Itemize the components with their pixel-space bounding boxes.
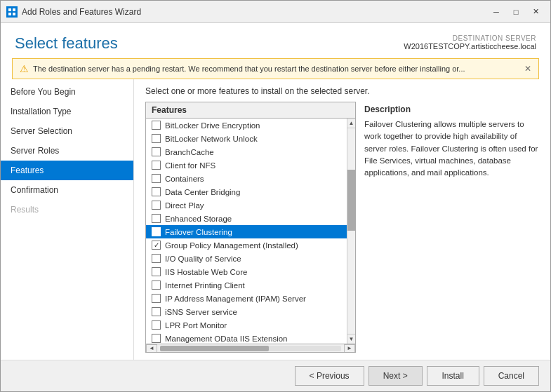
feature-item[interactable]: Enhanced Storage (146, 212, 347, 225)
minimize-button[interactable]: ─ (487, 5, 505, 19)
feature-checkbox[interactable] (152, 227, 161, 236)
feature-label: IIS Hostable Web Core (165, 268, 247, 276)
svg-rect-2 (8, 13, 11, 15)
horizontal-scrollbar[interactable]: ◄ ► (146, 344, 355, 352)
feature-label: iSNS Server service (165, 308, 237, 316)
feature-checkbox[interactable] (152, 254, 161, 263)
main-window: Add Roles and Features Wizard ─ □ ✕ Sele… (0, 0, 551, 392)
feature-item[interactable]: iSNS Server service (146, 305, 347, 318)
feature-item[interactable]: Management OData IIS Extension (146, 332, 347, 344)
feature-checkbox[interactable] (152, 214, 161, 223)
svg-rect-1 (13, 8, 15, 11)
feature-item[interactable]: ✓Group Policy Management (Installed) (146, 238, 347, 252)
previous-button[interactable]: < Previous (295, 366, 364, 386)
feature-label: IP Address Management (IPAM) Server (165, 295, 306, 303)
main-content: Select one or more features to install o… (134, 79, 550, 360)
feature-label: I/O Quality of Service (165, 255, 241, 263)
feature-item[interactable]: BitLocker Drive Encryption (146, 119, 347, 132)
feature-item[interactable]: Containers (146, 172, 347, 185)
feature-label: Enhanced Storage (165, 215, 232, 223)
features-panel: Features BitLocker Drive EncryptionBitLo… (145, 102, 539, 353)
feature-label: BranchCache (165, 148, 214, 156)
feature-checkbox[interactable] (152, 121, 161, 130)
feature-label: LPR Port Monitor (165, 321, 227, 330)
destination-info: DESTINATION SERVER W2016TESTCOPY.artisti… (404, 34, 536, 50)
install-button[interactable]: Install (427, 366, 479, 386)
maximize-button[interactable]: □ (507, 5, 525, 19)
feature-checkbox[interactable] (152, 294, 161, 303)
feature-label: BitLocker Network Unlock (165, 135, 258, 143)
feature-checkbox[interactable] (152, 187, 161, 196)
list-scroll-wrapper: BitLocker Drive EncryptionBitLocker Netw… (146, 119, 355, 344)
feature-item[interactable]: IIS Hostable Web Core (146, 265, 347, 278)
scrollbar-thumb (160, 346, 269, 351)
destination-server: W2016TESTCOPY.artisticcheese.local (404, 42, 536, 50)
features-list[interactable]: BitLocker Drive EncryptionBitLocker Netw… (146, 119, 347, 344)
vertical-scrollbar[interactable]: ▲ ▼ (347, 119, 355, 344)
window-controls: ─ □ ✕ (487, 5, 545, 19)
features-header: Features (146, 102, 355, 119)
svg-rect-0 (8, 8, 11, 11)
feature-item[interactable]: Client for NFS (146, 158, 347, 172)
sidebar-item-before-you-begin[interactable]: Before You Begin (1, 82, 133, 102)
app-icon (6, 6, 18, 18)
page-title: Select features (15, 34, 118, 53)
scrollbar-track[interactable] (160, 346, 341, 351)
scroll-track[interactable] (347, 128, 355, 334)
feature-checkbox[interactable] (152, 201, 161, 210)
main-body: Before You Begin Installation Type Serve… (1, 79, 550, 360)
feature-item[interactable]: Data Center Bridging (146, 185, 347, 198)
sidebar: Before You Begin Installation Type Serve… (1, 79, 134, 360)
header-section: Select features DESTINATION SERVER W2016… (1, 23, 550, 58)
feature-label: Failover Clustering (165, 228, 232, 236)
feature-item[interactable]: IP Address Management (IPAM) Server (146, 292, 347, 305)
scroll-right-arrow[interactable]: ► (344, 344, 355, 353)
feature-label: Group Policy Management (Installed) (165, 241, 298, 250)
feature-label: Client for NFS (165, 161, 215, 170)
cancel-button[interactable]: Cancel (484, 366, 539, 386)
sidebar-item-features[interactable]: Features (1, 161, 133, 180)
warning-close-button[interactable]: ✕ (524, 64, 531, 74)
feature-checkbox[interactable] (152, 174, 161, 183)
svg-rect-3 (13, 13, 15, 15)
feature-item[interactable]: BranchCache (146, 145, 347, 158)
feature-label: Data Center Bridging (165, 188, 240, 196)
feature-label: BitLocker Drive Encryption (165, 121, 260, 130)
window-title: Add Roles and Features Wizard (22, 7, 487, 17)
feature-item[interactable]: Failover Clustering (146, 225, 347, 238)
feature-label: Internet Printing Client (165, 281, 245, 290)
feature-item[interactable]: BitLocker Network Unlock (146, 132, 347, 145)
feature-checkbox[interactable] (152, 334, 161, 343)
scroll-down-arrow[interactable]: ▼ (347, 334, 355, 344)
close-button[interactable]: ✕ (526, 5, 545, 19)
feature-item[interactable]: Internet Printing Client (146, 278, 347, 292)
feature-checkbox[interactable] (152, 134, 161, 143)
feature-checkbox[interactable] (152, 281, 161, 290)
warning-text: The destination server has a pending res… (33, 65, 465, 73)
destination-label: DESTINATION SERVER (404, 34, 536, 42)
warning-icon: ⚠ (20, 63, 29, 74)
feature-item[interactable]: LPR Port Monitor (146, 318, 347, 332)
feature-checkbox[interactable] (152, 267, 161, 276)
feature-checkbox[interactable] (152, 320, 161, 330)
sidebar-item-confirmation[interactable]: Confirmation (1, 180, 133, 200)
feature-checkbox[interactable]: ✓ (152, 241, 161, 250)
description-panel: Description Failover Clustering allows m… (364, 102, 539, 353)
warning-banner: ⚠ The destination server has a pending r… (12, 58, 539, 79)
next-button[interactable]: Next > (369, 366, 423, 386)
feature-label: Containers (165, 175, 204, 183)
feature-item[interactable]: Direct Play (146, 198, 347, 212)
scroll-thumb (347, 170, 355, 231)
title-bar: Add Roles and Features Wizard ─ □ ✕ (1, 1, 550, 23)
feature-item[interactable]: I/O Quality of Service (146, 252, 347, 265)
feature-checkbox[interactable] (152, 161, 161, 170)
feature-checkbox[interactable] (152, 307, 161, 316)
sidebar-item-server-selection[interactable]: Server Selection (1, 121, 133, 141)
feature-label: Management OData IIS Extension (165, 334, 288, 343)
scroll-left-arrow[interactable]: ◄ (146, 344, 157, 353)
sidebar-item-server-roles[interactable]: Server Roles (1, 141, 133, 161)
sidebar-item-installation-type[interactable]: Installation Type (1, 102, 133, 121)
sidebar-item-results: Results (1, 200, 133, 219)
feature-checkbox[interactable] (152, 147, 161, 156)
scroll-up-arrow[interactable]: ▲ (347, 119, 355, 128)
